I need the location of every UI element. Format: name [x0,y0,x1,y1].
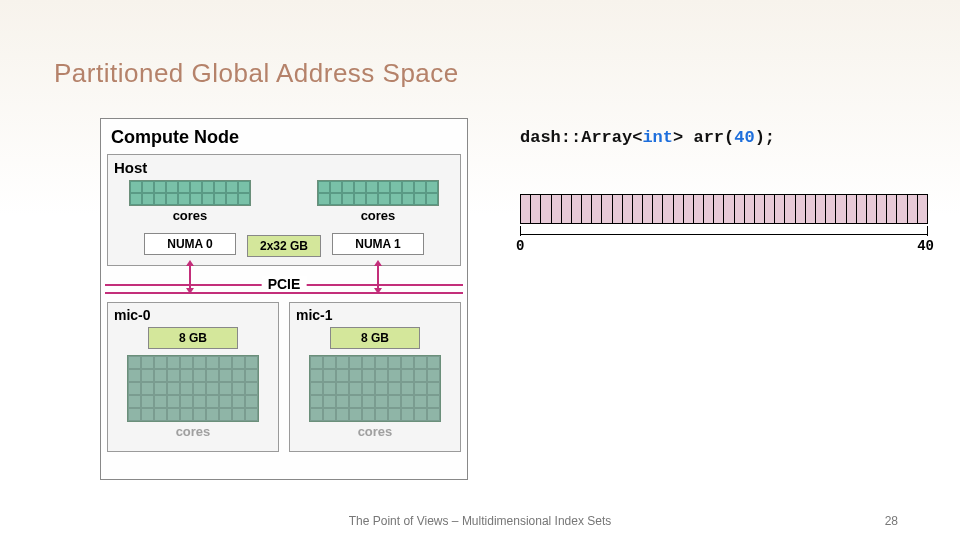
array-cell [765,195,775,223]
array-cell [826,195,836,223]
core-cell [414,395,427,408]
array-cell [633,195,643,223]
core-cell [323,408,336,421]
array-cell [867,195,877,223]
core-cell [206,356,219,369]
core-cell [154,181,166,193]
core-cell [401,356,414,369]
core-cell [318,181,330,193]
array-cell [847,195,857,223]
core-cell [402,193,414,205]
core-cell [388,382,401,395]
core-cell [354,193,366,205]
array-cell [735,195,745,223]
host-title: Host [114,159,454,176]
array-cell [592,195,602,223]
core-cell [330,181,342,193]
array-cell [623,195,633,223]
core-cell [414,181,426,193]
core-cell [154,356,167,369]
core-cell [362,356,375,369]
mic0-mem-badge: 8 GB [148,327,238,349]
core-cell [427,382,440,395]
core-cell [219,408,232,421]
core-cell [193,408,206,421]
array-cells [520,194,928,224]
core-cell [245,408,258,421]
core-cell [414,369,427,382]
array-cell [897,195,907,223]
array-cell [541,195,551,223]
core-cell [238,193,250,205]
host-mem-row: 2x32 GB [114,235,454,257]
core-cell [142,181,154,193]
core-cell [310,369,323,382]
core-cell [414,193,426,205]
core-cell [336,369,349,382]
core-cell [401,369,414,382]
core-cell [414,356,427,369]
core-cell [349,382,362,395]
core-cell [336,408,349,421]
core-cell [167,382,180,395]
core-cell [402,181,414,193]
core-cell [206,382,219,395]
array-cell [755,195,765,223]
core-cell [336,382,349,395]
core-cell [232,408,245,421]
axis-line [520,234,928,235]
core-cell [154,193,166,205]
core-cell [427,369,440,382]
core-cell [193,382,206,395]
core-cell [219,382,232,395]
core-cell [232,369,245,382]
core-cell [232,395,245,408]
core-cell [154,369,167,382]
core-cell [310,356,323,369]
array-cell [836,195,846,223]
core-cell [414,382,427,395]
core-cell [336,395,349,408]
core-cell [388,356,401,369]
array-cell [775,195,785,223]
core-cell [310,408,323,421]
code-ns: dash::Array< [520,128,642,147]
mic1-core-grid [309,355,441,422]
core-cell [401,382,414,395]
core-cell [154,382,167,395]
core-cell [401,395,414,408]
array-cell [674,195,684,223]
core-cell [362,369,375,382]
array-cell [552,195,562,223]
numa0-cores-label: cores [173,208,208,223]
core-cell [141,369,154,382]
core-cell [180,395,193,408]
axis-end-label: 40 [917,238,934,254]
mic1-mem-badge: 8 GB [330,327,420,349]
core-cell [323,356,336,369]
core-cell [193,369,206,382]
host-mem-badge: 2x32 GB [247,235,321,257]
mic0-title: mic-0 [114,307,151,323]
core-cell [128,356,141,369]
array-cell [663,195,673,223]
core-cell [141,356,154,369]
core-cell [318,193,330,205]
core-cell [232,382,245,395]
core-cell [330,193,342,205]
core-cell [167,356,180,369]
array-cell [796,195,806,223]
pcie-bus: PCIE [107,274,461,298]
array-cell [704,195,714,223]
array-cell [714,195,724,223]
code-size: 40 [734,128,754,147]
array-cell [887,195,897,223]
mic0-box: mic-0 8 GB cores [107,302,279,452]
core-cell [426,193,438,205]
array-cell [653,195,663,223]
array-cell [613,195,623,223]
pcie-arrow-left-icon [185,260,195,294]
svg-marker-2 [186,288,194,294]
core-cell [362,382,375,395]
core-cell [202,181,214,193]
